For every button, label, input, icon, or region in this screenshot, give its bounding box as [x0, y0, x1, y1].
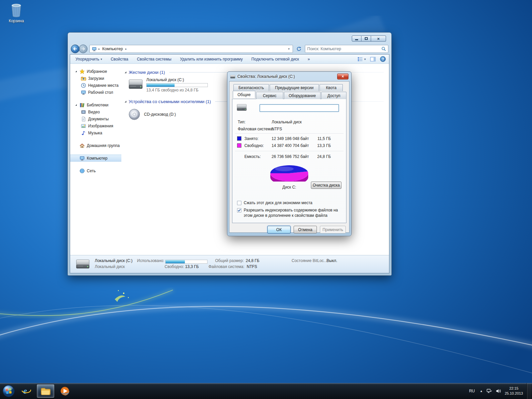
- properties-button[interactable]: Свойства: [111, 57, 128, 62]
- computer-icon: [79, 156, 85, 161]
- sidebar-item-videos[interactable]: Видео: [70, 108, 121, 115]
- sidebar-item-downloads[interactable]: Загрузки: [70, 75, 121, 82]
- capacity-bytes: 26 736 586 752 байт: [267, 154, 309, 159]
- expanded-arrow-icon[interactable]: [75, 70, 77, 73]
- search-box[interactable]: [305, 45, 388, 53]
- window-titlebar[interactable]: ×: [68, 33, 391, 44]
- taskbar-internet-explorer[interactable]: e: [18, 384, 35, 398]
- sidebar-item-pictures[interactable]: Изображения: [70, 122, 121, 129]
- details-fs-value: NTFS: [247, 264, 257, 269]
- cd-drive-name: CD-дисковод (D:): [144, 112, 176, 117]
- apply-button[interactable]: Применить: [320, 226, 346, 233]
- hard-drive-icon: [128, 77, 143, 91]
- tab-hardware[interactable]: Оборудование: [284, 92, 321, 99]
- dialog-title: Свойства: Локальный диск (C:): [237, 74, 295, 79]
- taskbar-media-player[interactable]: [56, 384, 73, 398]
- tab-previous-versions[interactable]: Предыдущие версии: [270, 84, 319, 91]
- free-label: Свободно:: [244, 143, 264, 148]
- show-desktop-button[interactable]: [527, 383, 531, 399]
- dialog-titlebar[interactable]: Свойства: Локальный диск (C:) ×: [229, 72, 349, 81]
- search-input[interactable]: [307, 47, 381, 51]
- forward-button[interactable]: [79, 45, 87, 53]
- back-button[interactable]: [71, 45, 79, 53]
- start-button[interactable]: [2, 385, 15, 397]
- dialog-close-button[interactable]: ×: [337, 73, 348, 79]
- tab-general[interactable]: Общие: [233, 91, 255, 98]
- breadcrumb[interactable]: Компьютер: [102, 47, 124, 51]
- system-properties-button[interactable]: Свойства системы: [137, 57, 172, 62]
- navigation-bar: ▸ Компьютер ▸ ▾: [68, 44, 391, 54]
- indexing-checkbox-label[interactable]: Разрешить индексировать содержимое файло…: [244, 208, 341, 218]
- details-type: Локальный диск: [95, 264, 125, 269]
- type-label: Тип:: [238, 120, 245, 124]
- svg-text:e: e: [23, 386, 27, 395]
- sidebar-item-desktop[interactable]: Рабочий стол: [70, 89, 121, 96]
- indexing-checkbox[interactable]: [237, 208, 241, 212]
- network-tray-icon[interactable]: [486, 388, 492, 394]
- maximize-button[interactable]: [361, 36, 371, 42]
- cd-drive-icon: [128, 108, 141, 121]
- help-icon[interactable]: ?: [380, 56, 386, 62]
- compress-checkbox[interactable]: [237, 201, 241, 205]
- organize-menu[interactable]: Упорядочить▾: [75, 57, 102, 62]
- expanded-arrow-icon[interactable]: [75, 104, 77, 106]
- breadcrumb-separator-icon: ▸: [98, 47, 100, 51]
- address-bar[interactable]: ▸ Компьютер ▸ ▾: [89, 45, 293, 53]
- tab-sharing[interactable]: Доступ: [321, 92, 346, 99]
- clock-date: 25.10.2013: [505, 391, 523, 396]
- search-icon[interactable]: [381, 47, 386, 51]
- sidebar-item-recent-places[interactable]: Недавние места: [70, 82, 121, 89]
- sidebar-item-libraries[interactable]: Библиотеки: [70, 101, 121, 108]
- breadcrumb-separator-icon: ▸: [125, 47, 127, 51]
- sidebar-item-network[interactable]: Сеть: [70, 167, 121, 174]
- details-free-label: Свободно:: [165, 264, 184, 269]
- change-view-button[interactable]: ▾: [357, 57, 366, 62]
- compress-checkbox-label[interactable]: Сжать этот диск для экономии места: [244, 200, 341, 206]
- minimize-button[interactable]: [352, 36, 361, 42]
- check-icon: [237, 208, 241, 212]
- sidebar-item-documents[interactable]: Документы: [70, 115, 121, 122]
- back-arrow-icon: [72, 46, 78, 52]
- sidebar-item-favorites[interactable]: Избранное: [70, 68, 121, 75]
- sidebar-item-homegroup[interactable]: Домашняя группа: [70, 142, 121, 149]
- recycle-bin[interactable]: Корзина: [3, 3, 29, 23]
- map-network-drive-button[interactable]: Подключить сетевой диск: [251, 57, 299, 62]
- disk-cleanup-button[interactable]: Очистка диска: [311, 182, 341, 189]
- sidebar-item-music[interactable]: Музыка: [70, 129, 121, 136]
- drive-c-capacity-bar: [146, 83, 208, 87]
- tab-security[interactable]: Безопасность: [233, 84, 269, 91]
- taskbar-windows-explorer[interactable]: [37, 384, 54, 398]
- clock-time: 22:15: [505, 386, 523, 391]
- pictures-icon: [81, 123, 86, 129]
- star-icon: [79, 69, 85, 74]
- language-indicator[interactable]: RU: [468, 388, 476, 394]
- uninstall-program-button[interactable]: Удалить или изменить программу: [180, 57, 243, 62]
- preview-pane-icon[interactable]: [370, 57, 376, 62]
- clock[interactable]: 22:15 25.10.2013: [505, 386, 523, 396]
- music-icon: [81, 130, 86, 136]
- sidebar-item-computer[interactable]: Компьютер: [70, 155, 121, 162]
- address-dropdown-icon[interactable]: ▾: [287, 47, 291, 51]
- ok-button[interactable]: ОК: [267, 226, 291, 233]
- recycle-bin-label: Корзина: [3, 19, 29, 23]
- libraries-icon: [79, 102, 85, 108]
- tray-expand-icon[interactable]: ▲: [480, 389, 483, 393]
- tab-tools[interactable]: Сервис: [256, 92, 283, 99]
- internet-explorer-icon: e: [21, 386, 32, 396]
- drive-icon: [236, 102, 247, 112]
- video-icon: [81, 109, 86, 115]
- toolbar-overflow-button[interactable]: »: [308, 57, 310, 62]
- details-fs-label: Файловая система:: [208, 264, 244, 269]
- details-size-label: Общий размер:: [215, 258, 244, 263]
- fs-value: NTFS: [272, 127, 282, 131]
- media-player-icon: [60, 386, 70, 396]
- volume-tray-icon[interactable]: [496, 388, 501, 394]
- refresh-button[interactable]: [295, 45, 303, 53]
- volume-label-input[interactable]: [260, 104, 339, 112]
- tab-quota[interactable]: Квота: [320, 84, 343, 91]
- navigation-pane: Избранное Загрузки Недавние места Рабочи…: [70, 64, 121, 255]
- fs-label: Файловая система:: [238, 127, 274, 131]
- close-button[interactable]: ×: [371, 36, 386, 42]
- drive-icon: [230, 74, 235, 79]
- cancel-button[interactable]: Отмена: [294, 226, 317, 233]
